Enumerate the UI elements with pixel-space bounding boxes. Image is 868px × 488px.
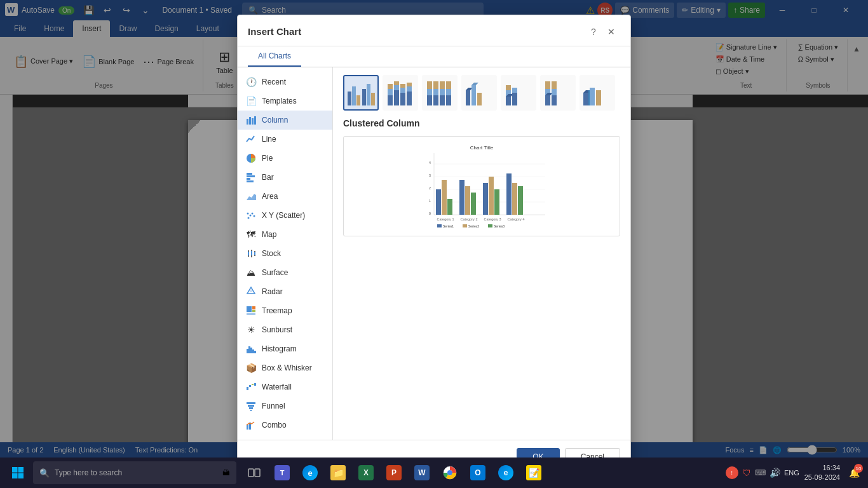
chart-type-surface[interactable]: ⛰ Surface [238, 263, 332, 282]
svg-rect-115 [471, 193, 476, 215]
svg-rect-8 [247, 175, 255, 177]
svg-rect-121 [518, 186, 523, 215]
antivirus-icon: 🛡 [742, 468, 751, 478]
sticky-notes-icon[interactable]: 📝 [521, 460, 546, 485]
column-icon [245, 114, 257, 126]
svg-rect-26 [252, 306, 255, 309]
svg-text:Category 4: Category 4 [508, 217, 525, 221]
svg-rect-91 [552, 81, 557, 89]
svg-rect-89 [552, 95, 557, 105]
chart-type-column[interactable]: Column [238, 111, 332, 130]
svg-rect-3 [249, 117, 251, 125]
svg-rect-22 [254, 252, 255, 255]
subtype-3d-stacked-column[interactable] [501, 75, 536, 111]
svg-rect-68 [440, 95, 445, 105]
chart-type-recent[interactable]: 🕐 Recent [238, 72, 332, 92]
subtype-clustered-column[interactable] [343, 75, 379, 111]
svg-rect-59 [407, 92, 412, 105]
chart-type-radar[interactable]: Radar [238, 282, 332, 301]
dialog-title: Insert Chart [248, 26, 585, 37]
svg-rect-61 [407, 83, 412, 86]
chart-type-histogram[interactable]: Histogram [238, 339, 332, 358]
box-whisker-icon: 📦 [245, 362, 257, 374]
chart-type-line[interactable]: Line [238, 130, 332, 149]
svg-rect-18 [248, 252, 249, 255]
chart-type-templates[interactable]: 📄 Templates [238, 92, 332, 111]
chart-type-stock[interactable]: Stock [238, 244, 332, 263]
keyboard-icon: ⌨ [755, 468, 766, 477]
subtype-100-stacked-column[interactable] [422, 75, 458, 111]
taskbar-search-box[interactable]: 🔍 Type here to search 🏔 [33, 461, 236, 484]
svg-rect-41 [250, 410, 252, 411]
svg-rect-133 [18, 467, 24, 473]
svg-rect-64 [427, 81, 432, 89]
chart-type-waterfall[interactable]: Waterfall [238, 377, 332, 396]
edge2-icon[interactable]: e [493, 460, 519, 485]
subtype-3d-100-stacked-column[interactable] [540, 75, 576, 111]
svg-point-139 [447, 470, 452, 475]
svg-rect-83 [512, 93, 517, 105]
volume-icon[interactable]: 🔊 [770, 468, 780, 478]
taskbar-search-placeholder: Type here to search [55, 468, 122, 477]
svg-rect-44 [348, 92, 351, 105]
dialog-tab-all-charts[interactable]: All Charts [248, 46, 301, 67]
taskbar-search-icon: 🔍 [39, 468, 50, 478]
svg-text:Category 3: Category 3 [484, 217, 501, 221]
recent-icon: 🕐 [245, 76, 257, 88]
svg-rect-116 [483, 183, 488, 215]
svg-rect-32 [252, 349, 254, 353]
radar-icon [245, 286, 257, 297]
svg-point-13 [250, 214, 252, 216]
svg-rect-33 [254, 351, 256, 353]
svg-marker-77 [471, 83, 478, 85]
dialog-close-button[interactable]: ✕ [602, 23, 620, 41]
excel-icon[interactable]: X [353, 460, 379, 485]
start-button[interactable] [5, 460, 31, 485]
svg-rect-110 [436, 189, 441, 215]
word-taskbar-icon[interactable]: W [409, 460, 435, 485]
outlook-icon[interactable]: O [465, 460, 491, 485]
svg-rect-47 [362, 89, 366, 105]
svg-rect-95 [590, 88, 595, 105]
dialog-help-button[interactable]: ? [585, 23, 602, 41]
notification-center-button[interactable]: 🔔 10 [845, 464, 863, 482]
svg-rect-119 [506, 173, 512, 215]
chart-type-sunburst[interactable]: ☀ Sunburst [238, 320, 332, 339]
svg-rect-113 [459, 180, 465, 215]
chrome-icon[interactable] [437, 460, 463, 485]
svg-rect-25 [247, 306, 252, 312]
powerpoint-icon[interactable]: P [381, 460, 407, 485]
chart-type-xy-scatter[interactable]: X Y (Scatter) [238, 206, 332, 225]
notification-icon[interactable]: ! [726, 466, 738, 479]
file-explorer-icon[interactable]: 📁 [325, 460, 351, 485]
stock-icon [245, 248, 257, 259]
edge-icon[interactable]: e [297, 460, 323, 485]
svg-rect-134 [12, 473, 18, 479]
chart-type-area[interactable]: Area [238, 187, 332, 206]
svg-rect-51 [388, 89, 393, 95]
svg-text:Chart Title: Chart Title [470, 145, 494, 151]
chart-type-box-whisker[interactable]: 📦 Box & Whisker [238, 358, 332, 377]
svg-rect-92 [583, 93, 588, 105]
svg-rect-72 [446, 89, 451, 95]
chart-preview-svg: Chart Title 0 1 2 3 4 [412, 142, 552, 231]
waterfall-icon [245, 381, 257, 393]
chart-type-pie[interactable]: Pie [238, 149, 332, 168]
svg-rect-53 [394, 90, 399, 105]
subtype-3d-clustered-column[interactable] [461, 75, 497, 111]
svg-text:Category 2: Category 2 [461, 217, 478, 221]
chart-type-combo[interactable]: Combo [238, 416, 332, 435]
teams-icon[interactable]: T [269, 460, 295, 485]
svg-text:Series1: Series1 [443, 224, 454, 228]
task-view-button[interactable] [241, 460, 267, 485]
svg-rect-55 [394, 81, 399, 85]
svg-point-15 [254, 215, 255, 217]
svg-rect-130 [488, 224, 492, 227]
chart-type-funnel[interactable]: Funnel [238, 396, 332, 416]
chart-type-bar[interactable]: Bar [238, 168, 332, 187]
chart-type-treemap[interactable]: Treemap [238, 301, 332, 320]
svg-rect-118 [494, 189, 499, 215]
subtype-3d-column[interactable] [580, 75, 615, 111]
chart-type-map[interactable]: 🗺 Map [238, 225, 332, 244]
subtype-stacked-column[interactable] [383, 75, 418, 111]
